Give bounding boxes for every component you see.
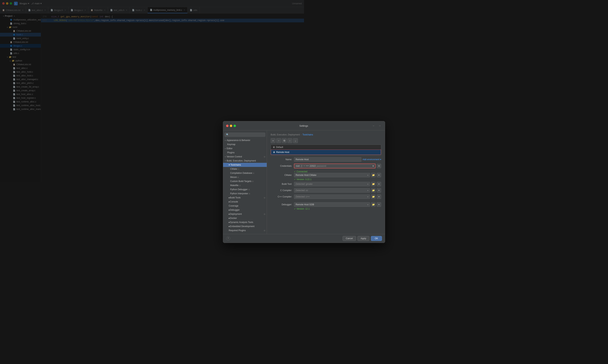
modal-header: Settings ← → [223, 121, 304, 130]
cmake-field: Remote Host CMake ▾ 📁 ▾ [294, 173, 304, 177]
add-toolchain-btn[interactable]: + [271, 138, 276, 143]
credentials-field: root @ •• •••• 22022 password ▾ ⚙ [294, 164, 304, 169]
settings-plugins[interactable]: Plugins [223, 151, 267, 155]
remove-toolchain-btn[interactable]: − [276, 138, 281, 143]
name-label: Name: [271, 158, 292, 161]
meson-sync-icon: ⊞ [238, 176, 239, 178]
settings-meson[interactable]: Meson ⊞ [223, 175, 267, 179]
build-caret-icon: ▾ [225, 160, 226, 162]
form-row-cmake: CMake: Remote Host CMake ▾ 📁 ▾ [271, 173, 304, 177]
settings-appearance-header[interactable]: ▸ Appearance & Behavior [223, 138, 267, 142]
credentials-selector[interactable]: root @ •• •••• 22022 password ▾ [294, 164, 304, 169]
form-row-name: Name: Add environment ▾ [271, 157, 304, 162]
build-tool-field: Detected: gmake ▾ 📁 ▾ [294, 182, 304, 182]
modal-body: 🔍 ▸ Appearance & Behavior Keymap ▸ Edito… [223, 130, 304, 182]
breadcrumb: Build, Execution, Deployment › Toolchain… [271, 133, 304, 136]
toolchain-list: 🖥 Default 🖥 Remote Host [271, 144, 304, 155]
settings-nav: 🔍 ▸ Appearance & Behavior Keymap ▸ Edito… [223, 130, 267, 182]
settings-cmake[interactable]: CMake ⊞ [223, 167, 267, 171]
modal-title: Settings [238, 124, 304, 127]
settings-vcs-header[interactable]: ▸ Version Control ⊞ [223, 155, 267, 159]
settings-search-box[interactable]: 🔍 [225, 133, 265, 137]
cmake-version-check-icon: ✓ [294, 178, 296, 181]
modal-minimize-btn[interactable] [230, 125, 232, 127]
build-tool-selector[interactable]: Detected: gmake ▾ [294, 182, 304, 182]
settings-modal: Settings ← → 🔍 ▸ Appearance & Behavior K… [223, 121, 304, 182]
toolchain-toolbar: + − ⧉ ↑ ↓ [271, 138, 304, 143]
settings-custom-build[interactable]: Custom Build Targets ⊞ [223, 179, 267, 182]
copy-toolchain-btn[interactable]: ⧉ [282, 138, 287, 143]
connected-status: ✓ Connected [294, 170, 304, 173]
custom-sync-icon: ⊞ [252, 180, 253, 182]
connected-check-icon: ✓ [294, 170, 296, 173]
vcs-caret-icon: ▸ [225, 156, 226, 158]
cmake-selector[interactable]: Remote Host CMake ▾ [294, 173, 304, 177]
settings-search-input[interactable] [230, 133, 264, 136]
settings-content: Build, Execution, Deployment › Toolchain… [267, 130, 304, 182]
toolchain-default[interactable]: 🖥 Default [271, 145, 304, 150]
cmake-sync-icon: ⊞ [238, 168, 239, 170]
settings-toolchains[interactable]: ▾ Toolchains [223, 163, 267, 167]
cmake-version-status: ✓ Version: 3.22.1 [294, 178, 304, 181]
modal-close-btn[interactable] [226, 125, 228, 127]
credentials-label: Credentials: [271, 165, 292, 167]
toolchains-caret-icon: ▾ [229, 164, 230, 166]
appearance-caret-icon: ▸ [225, 139, 226, 141]
vcs-sync-icon: ⊞ [264, 156, 265, 158]
search-icon: 🔍 [226, 133, 229, 136]
name-field: Add environment ▾ [294, 157, 304, 162]
modal-overlay: Settings ← → 🔍 ▸ Appearance & Behavior K… [0, 0, 304, 182]
cmake-label: CMake: [271, 174, 292, 176]
default-toolchain-icon: 🖥 [273, 146, 275, 148]
settings-keymap[interactable]: Keymap [223, 142, 267, 146]
form-row-credentials: Credentials: root @ •• •••• 22022 passwo… [271, 164, 304, 169]
editor-caret-icon: ▸ [225, 147, 226, 149]
move-up-toolchain-btn[interactable]: ↑ [287, 138, 292, 143]
move-down-toolchain-btn[interactable]: ↓ [293, 138, 298, 143]
modal-traffic-lights [226, 125, 236, 127]
compilation-sync-icon: ⊞ [253, 172, 254, 174]
modal-maximize-btn[interactable] [234, 125, 236, 127]
remote-toolchain-icon: 🖥 [273, 151, 275, 154]
settings-editor-header[interactable]: ▸ Editor [223, 146, 267, 151]
settings-build-header[interactable]: ▾ Build, Execution, Deployment [223, 159, 267, 163]
settings-compilation-db[interactable]: Compilation Database ⊞ [223, 171, 267, 175]
form-row-build-tool: Build Tool: Detected: gmake ▾ 📁 ▾ [271, 182, 304, 182]
toolchain-remote-host[interactable]: 🖥 Remote Host [271, 150, 304, 155]
name-input[interactable] [294, 157, 304, 162]
